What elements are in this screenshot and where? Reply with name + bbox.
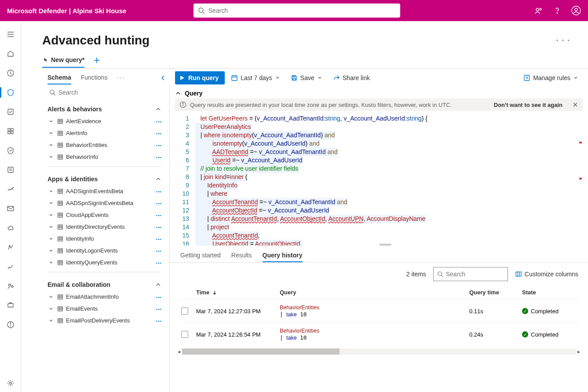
- horizontal-scrollbar[interactable]: ◄ ►: [176, 348, 582, 355]
- save-button[interactable]: Save: [286, 73, 327, 83]
- schema-item-more[interactable]: ⋮: [153, 294, 164, 300]
- scroll-right-icon[interactable]: ►: [576, 349, 582, 354]
- add-tab-button[interactable]: [93, 57, 100, 67]
- schema-tabs-more[interactable]: ···: [117, 71, 125, 84]
- row-checkbox[interactable]: [181, 308, 188, 315]
- nav-secure[interactable]: [0, 142, 21, 159]
- chevron-down-icon[interactable]: [47, 248, 55, 253]
- schema-group-email-collaboration[interactable]: Email & collaboration: [42, 276, 167, 291]
- schema-search[interactable]: [47, 87, 165, 98]
- schema-table-identityinfo[interactable]: IdentityInfo⋮: [42, 233, 167, 245]
- chevron-down-icon[interactable]: [47, 154, 55, 160]
- query-section-toggle[interactable]: Query: [170, 87, 588, 99]
- schema-group-apps-identities[interactable]: Apps & identities: [42, 170, 167, 185]
- chevron-down-icon[interactable]: [47, 224, 55, 230]
- tab-new-query[interactable]: New query*: [42, 56, 84, 68]
- tab-results[interactable]: Results: [231, 249, 252, 262]
- nav-learning[interactable]: [0, 161, 21, 179]
- chevron-down-icon[interactable]: [47, 119, 55, 124]
- chevron-down-icon[interactable]: [47, 131, 55, 136]
- chevron-down-icon[interactable]: [47, 318, 55, 323]
- nav-hunting[interactable]: [0, 84, 21, 101]
- schema-table-identitydirectoryevents[interactable]: IdentityDirectoryEvents⋮: [42, 221, 167, 233]
- schema-item-more[interactable]: ⋮: [153, 154, 164, 160]
- nav-info[interactable]: [0, 316, 21, 333]
- schema-table-behaviorinfo[interactable]: BehaviorInfo⋮: [42, 151, 167, 163]
- schema-group-alerts-behaviors[interactable]: Alerts & behaviors: [42, 100, 167, 115]
- nav-settings[interactable]: [0, 374, 21, 392]
- schema-item-more[interactable]: ⋮: [153, 236, 164, 242]
- collapse-schema-button[interactable]: [157, 71, 170, 84]
- history-row[interactable]: Mar 7, 2024 12:26:54 PMBehaviorEntities|…: [179, 322, 579, 346]
- nav-partners[interactable]: [0, 180, 21, 198]
- nav-threat[interactable]: [0, 122, 21, 140]
- page-more-button[interactable]: · · ·: [556, 37, 570, 44]
- schema-item-more[interactable]: ⋮: [153, 260, 164, 265]
- chevron-down-icon[interactable]: [47, 143, 55, 148]
- schema-item-more[interactable]: ⋮: [153, 212, 164, 218]
- query-editor[interactable]: 1 let GetUserPeers = (v_Account_AadTenan…: [175, 113, 583, 245]
- nav-email[interactable]: [0, 200, 21, 217]
- chevron-down-icon[interactable]: [47, 212, 55, 218]
- nav-identities[interactable]: [0, 277, 21, 295]
- schema-item-more[interactable]: ⋮: [153, 143, 164, 148]
- tab-functions[interactable]: Functions: [81, 71, 108, 84]
- chevron-down-icon[interactable]: [47, 189, 55, 194]
- nav-hamburger[interactable]: [0, 26, 21, 43]
- chevron-down-icon[interactable]: [47, 236, 55, 242]
- chevron-down-icon[interactable]: [47, 306, 55, 311]
- col-query[interactable]: Query: [280, 289, 469, 296]
- nav-config[interactable]: [0, 238, 21, 256]
- schema-item-more[interactable]: ⋮: [153, 224, 164, 230]
- time-range-picker[interactable]: Last 7 days: [226, 73, 285, 83]
- tab-schema[interactable]: Schema: [47, 71, 71, 84]
- scroll-left-icon[interactable]: ◄: [176, 349, 182, 354]
- schema-table-aadsignineventsbeta[interactable]: AADSignInEventsBeta⋮: [42, 185, 167, 197]
- schema-table-identityqueryevents[interactable]: IdentityQueryEvents⋮: [42, 256, 167, 268]
- schema-table-behaviorentities[interactable]: BehaviorEntities⋮: [42, 139, 167, 151]
- schema-item-more[interactable]: ⋮: [153, 306, 164, 311]
- nav-assets[interactable]: [0, 297, 21, 314]
- run-query-button[interactable]: Run query: [175, 71, 225, 84]
- schema-table-alertinfo[interactable]: AlertInfo⋮: [42, 127, 167, 139]
- nav-home[interactable]: [0, 45, 21, 62]
- tab-getting-started[interactable]: Getting started: [180, 249, 221, 262]
- schema-table-cloudappevents[interactable]: CloudAppEvents⋮: [42, 209, 167, 221]
- history-search-input[interactable]: [446, 271, 504, 278]
- schema-table-identitylogonevents[interactable]: IdentityLogonEvents⋮: [42, 245, 167, 256]
- schema-item-more[interactable]: ⋮: [153, 201, 164, 206]
- col-state[interactable]: State: [522, 289, 579, 296]
- schema-table-alertevidence[interactable]: AlertEvidence⋮: [42, 115, 167, 127]
- chevron-down-icon[interactable]: [47, 294, 55, 300]
- schema-item-more[interactable]: ⋮: [153, 318, 164, 323]
- schema-search-input[interactable]: [58, 89, 162, 96]
- global-search-input[interactable]: [208, 7, 396, 14]
- nav-reports[interactable]: [0, 258, 21, 275]
- banner-close-button[interactable]: [572, 102, 578, 108]
- nav-incidents[interactable]: [0, 64, 21, 82]
- schema-table-aadspnsignineventsbeta[interactable]: AADSpnSignInEventsBeta⋮: [42, 197, 167, 209]
- community-icon[interactable]: [534, 6, 543, 15]
- row-checkbox[interactable]: [181, 331, 188, 338]
- resize-handle[interactable]: [379, 244, 391, 245]
- chevron-down-icon[interactable]: [47, 201, 55, 206]
- col-query-time[interactable]: Query time: [469, 289, 522, 296]
- history-search[interactable]: [433, 267, 508, 281]
- manage-rules-button[interactable]: Manage rules: [519, 73, 583, 83]
- schema-table-emailevents[interactable]: EmailEvents⋮: [42, 303, 167, 315]
- history-row[interactable]: Mar 7, 2024 12:27:03 PMBehaviorEntities|…: [179, 299, 579, 322]
- schema-item-more[interactable]: ⋮: [153, 119, 164, 124]
- help-icon[interactable]: [553, 6, 562, 15]
- schema-item-more[interactable]: ⋮: [153, 131, 164, 136]
- global-search[interactable]: [194, 4, 400, 18]
- chevron-down-icon[interactable]: [47, 260, 55, 265]
- nav-actions[interactable]: [0, 103, 21, 121]
- col-time[interactable]: Time: [196, 289, 280, 296]
- share-link-button[interactable]: Share link: [329, 73, 374, 83]
- schema-table-emailattachmentinfo[interactable]: EmailAttachmentInfo⋮: [42, 291, 167, 303]
- schema-table-emailpostdeliveryevents[interactable]: EmailPostDeliveryEvents⋮: [42, 315, 167, 326]
- customize-columns-button[interactable]: Customize columns: [515, 271, 578, 278]
- account-icon[interactable]: [571, 6, 581, 15]
- tab-query-history[interactable]: Query history: [263, 249, 303, 262]
- nav-cloud[interactable]: [0, 219, 21, 237]
